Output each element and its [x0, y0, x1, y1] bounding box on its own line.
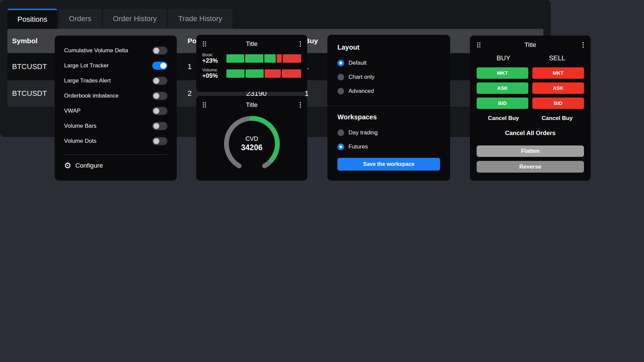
- indicator-label: Large Trades Alert: [64, 77, 111, 84]
- cancel-sell-button[interactable]: Cancel Buy: [530, 115, 584, 122]
- radio-label: Futures: [348, 143, 368, 150]
- divider: [64, 155, 167, 155]
- toggle-cumulative-volume-delta[interactable]: [152, 47, 167, 55]
- flatten-button[interactable]: Flatten: [477, 145, 584, 157]
- toggle-large-lot-tracker[interactable]: [152, 62, 167, 70]
- radio-selected-icon: [337, 143, 344, 150]
- meter-labels: Book:+23%: [202, 52, 223, 64]
- radio-label: Default: [348, 60, 367, 66]
- indicator-label: Volume Bars: [64, 123, 96, 129]
- layout-options: DefaultChart onlyAdvanced: [337, 56, 440, 98]
- stacked-bar: [226, 54, 301, 63]
- indicator-row-orderbook-imbalance: Orderbook imbalance: [64, 88, 167, 103]
- layout-panel: Layout DefaultChart onlyAdvanced Workspa…: [327, 35, 450, 181]
- indicator-row-vwap: VWAP: [64, 103, 167, 118]
- toggle-knob: [153, 138, 159, 144]
- cancel-all-orders-button[interactable]: Cancel All Orders: [477, 130, 584, 137]
- tab-positions[interactable]: Positions: [7, 9, 57, 29]
- indicator-toggle-list: Cumulative Volume DeltaLarge Lot Tracker…: [64, 43, 167, 148]
- indicator-row-large-trades-alert: Large Trades Alert: [64, 73, 167, 88]
- panel-header: Title: [477, 41, 584, 49]
- bar-segment-green: [226, 69, 245, 78]
- meter-labels: Volume:+05%: [202, 67, 223, 79]
- kebab-menu-icon[interactable]: [582, 42, 584, 48]
- radio-option-futures[interactable]: Futures: [337, 140, 440, 154]
- layout-heading: Layout: [337, 44, 440, 51]
- gear-icon: ⚙: [64, 162, 71, 170]
- drag-handle-icon[interactable]: [202, 102, 207, 108]
- panel-header: Title: [202, 40, 301, 48]
- bar-segment-green: [246, 69, 264, 78]
- meter-value: +23%: [202, 57, 223, 64]
- toggle-volume-bars[interactable]: [152, 122, 167, 130]
- meter-row-volume: Volume:+05%: [202, 67, 301, 79]
- indicator-label: Large Lot Tracker: [64, 62, 109, 69]
- bar-segment-red: [283, 54, 301, 63]
- radio-unselected-icon: [337, 129, 344, 136]
- toggle-volume-dots[interactable]: [152, 137, 167, 145]
- toggle-orderbook-imbalance[interactable]: [152, 92, 167, 100]
- indicator-row-cumulative-volume-delta: Cumulative Volume Delta: [64, 43, 167, 58]
- mkt-buy-button[interactable]: MKT: [477, 67, 528, 79]
- panel-title: Title: [202, 101, 301, 109]
- meter-value: +05%: [202, 72, 223, 79]
- radio-option-advanced[interactable]: Advanced: [337, 84, 440, 98]
- indicator-label: Orderbook imbalance: [64, 93, 119, 99]
- buy-header: BUY: [477, 54, 530, 62]
- trading-dashboard: Cumulative Volume DeltaLarge Lot Tracker…: [0, 0, 644, 362]
- toggle-knob: [160, 63, 166, 69]
- indicator-row-volume-dots: Volume Dots: [64, 133, 167, 148]
- indicator-label: Cumulative Volume Delta: [64, 47, 128, 54]
- radio-unselected-icon: [337, 74, 344, 80]
- reverse-button[interactable]: Reverse: [477, 161, 584, 173]
- meter-rows: Book:+23%Volume:+05%: [202, 52, 301, 79]
- indicator-row-large-lot-tracker: Large Lot Tracker: [64, 58, 167, 73]
- radio-label: Advanced: [348, 88, 374, 95]
- save-workspace-button[interactable]: Save the workspace: [337, 158, 440, 171]
- toggle-vwap[interactable]: [152, 107, 167, 115]
- mkt-sell-button[interactable]: MKT: [532, 67, 584, 79]
- workspaces-heading: Workspaces: [337, 113, 440, 121]
- radio-label: Day trading: [348, 129, 378, 136]
- stacked-bar: [226, 69, 301, 78]
- radio-option-default[interactable]: Default: [337, 56, 440, 70]
- toggle-knob: [153, 93, 159, 99]
- tab-orders[interactable]: Orders: [59, 9, 101, 29]
- configure-button[interactable]: ⚙ Configure: [64, 162, 167, 170]
- bid-buy-button[interactable]: BID: [477, 98, 528, 109]
- book-volume-panel: Title Book:+23%Volume:+05%: [196, 35, 307, 92]
- toggle-knob: [153, 78, 159, 84]
- panel-title: Title: [477, 41, 584, 49]
- bar-segment-green: [264, 54, 276, 63]
- tab-order-history[interactable]: Order History: [103, 9, 167, 29]
- indicator-label: VWAP: [64, 108, 80, 114]
- ask-buy-button[interactable]: ASK: [477, 82, 528, 94]
- kebab-menu-icon[interactable]: [300, 102, 301, 108]
- tab-trade-history[interactable]: Trade History: [168, 9, 232, 29]
- panel-title: Title: [202, 40, 301, 48]
- ask-sell-button[interactable]: ASK: [532, 82, 584, 94]
- indicator-row-volume-bars: Volume Bars: [64, 118, 167, 133]
- radio-option-day-trading[interactable]: Day trading: [337, 126, 440, 140]
- workspace-options: Day tradingFutures: [337, 126, 440, 154]
- kebab-menu-icon[interactable]: [300, 41, 301, 47]
- meter-label: Book:: [202, 52, 223, 57]
- indicators-panel: Cumulative Volume DeltaLarge Lot Tracker…: [55, 36, 177, 181]
- drag-handle-icon[interactable]: [477, 42, 481, 48]
- tabs: PositionsOrdersOrder HistoryTrade Histor…: [7, 9, 543, 29]
- indicator-label: Volume Dots: [64, 138, 96, 144]
- configure-label: Configure: [75, 162, 103, 169]
- bar-segment-green: [245, 54, 263, 63]
- toggle-large-trades-alert[interactable]: [152, 77, 167, 85]
- cancel-buy-button[interactable]: Cancel Buy: [477, 115, 530, 122]
- sell-header: SELL: [530, 54, 584, 62]
- metric-value: 34206: [241, 143, 263, 152]
- order-entry-panel: Title BUY SELL MKTMKTASKASKBIDBID Cancel…: [470, 36, 591, 181]
- meter-label: Volume:: [202, 67, 223, 72]
- bid-sell-button[interactable]: BID: [532, 98, 584, 109]
- bar-segment-red: [265, 69, 281, 78]
- drag-handle-icon[interactable]: [202, 41, 207, 47]
- radio-option-chart-only[interactable]: Chart only: [337, 70, 440, 84]
- toggle-knob: [153, 48, 159, 54]
- bar-segment-green: [226, 54, 244, 63]
